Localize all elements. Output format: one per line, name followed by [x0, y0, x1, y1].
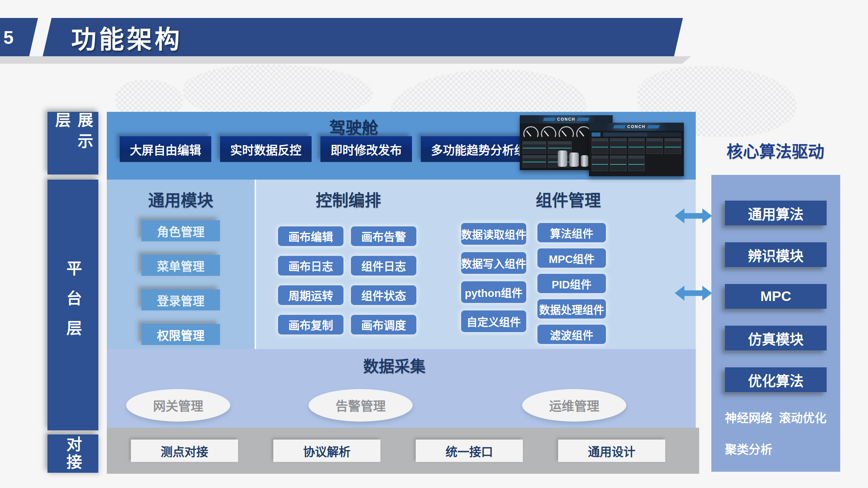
- component-columns: 数据读取组件数据写入组件python组件自定义组件 算法组件MPC组件PID组件…: [461, 223, 606, 344]
- algorithm-item: 优化算法: [725, 367, 827, 392]
- component-item: 数据读取组件: [461, 223, 526, 245]
- trend-chart: [628, 156, 645, 171]
- trend-chart: [610, 138, 627, 154]
- cockpit-feature-list: 大屏自由编辑实时数据反控即时修改发布多功能趋势分析组件: [120, 136, 548, 162]
- component-item: 算法组件: [537, 223, 606, 242]
- layer-label-text: 平台层: [62, 260, 84, 350]
- trend-chart: [610, 156, 627, 171]
- dashboard-tab: [613, 125, 626, 128]
- algorithm-list: 通用算法辨识模块MPC仿真模块优化算法: [711, 175, 840, 392]
- algorithm-note: 聚类分析: [725, 440, 840, 457]
- cockpit-feature: 大屏自由编辑: [120, 136, 211, 162]
- general-module-item: 权限管理: [141, 324, 220, 345]
- banner-shadow: [0, 56, 691, 64]
- data-collection-item: 运维管理: [522, 389, 626, 422]
- section-title: 控制编排: [256, 187, 441, 211]
- trend-chart: [628, 138, 645, 154]
- general-module-item: 菜单管理: [141, 255, 220, 276]
- data-collection-item: 告警管理: [309, 389, 413, 422]
- trend-chart: [592, 156, 608, 171]
- cockpit-section: 驾驶舱 大屏自由编辑实时数据反控即时修改发布多功能趋势分析组件 CONCH: [107, 112, 696, 180]
- trend-chart: [522, 141, 546, 154]
- control-item: 画布编辑: [278, 226, 343, 246]
- algorithm-panel: 通用算法辨识模块MPC仿真模块优化算法 神经网络 滚动优化 聚类分析: [711, 175, 840, 472]
- tank-graphic: [569, 152, 579, 167]
- component-management-section: 组件管理 数据读取组件数据写入组件python组件自定义组件 算法组件MPC组件…: [441, 180, 696, 349]
- dashboard-tab: [647, 125, 660, 128]
- layer-label-display: 展示层: [47, 112, 98, 175]
- algorithm-item: MPC: [725, 284, 827, 309]
- component-item: 数据写入组件: [461, 252, 526, 274]
- algorithm-panel-title: 核心算法驱动: [727, 138, 824, 162]
- dashboard-brand-logo: CONCH: [557, 117, 575, 122]
- dashboard-tab: [543, 118, 556, 121]
- integration-section: 测点对接协议解析统一接口通用设计: [107, 428, 699, 474]
- section-title: 组件管理: [441, 187, 696, 211]
- cockpit-feature: 实时数据反控: [220, 136, 312, 162]
- integration-item: 测点对接: [131, 440, 238, 462]
- platform-middle-band: 通用模块 角色管理菜单管理登录管理权限管理 控制编排 画布编辑画布告警画布日志组…: [107, 180, 696, 349]
- component-item: python组件: [461, 281, 526, 303]
- title-banner: 功能架构: [43, 18, 683, 56]
- trend-chart: [665, 138, 681, 154]
- dashboard-brand-logo: CONCH: [627, 124, 646, 129]
- algorithm-item: 辨识模块: [725, 242, 827, 267]
- layer-label-integration: 对接: [47, 434, 98, 473]
- component-list-right: 算法组件MPC组件PID组件数据处理组件滤波组件: [537, 223, 606, 344]
- data-collection-item: 网关管理: [126, 389, 230, 422]
- component-item: PID组件: [537, 274, 606, 293]
- trend-chart: [522, 155, 546, 167]
- control-item-grid: 画布编辑画布告警画布日志组件日志周期运转组件状态画布复制画布调度: [278, 226, 416, 334]
- integration-item: 统一接口: [416, 440, 523, 462]
- cockpit-title: 驾驶舱: [329, 115, 378, 138]
- control-item: 周期运转: [278, 285, 343, 305]
- trend-chart-grid: [589, 138, 684, 171]
- integration-item: 通用设计: [558, 440, 665, 462]
- tank-graphic: [558, 150, 567, 167]
- slide-canvas: 5 功能架构 展示层 平台层 对接 驾驶舱 大屏自由编辑实时数据反控即时修改发布…: [0, 0, 868, 488]
- layer-label-text: 展示层: [51, 112, 95, 175]
- page-title: 功能架构: [43, 19, 182, 55]
- integration-item: 协议解析: [273, 440, 380, 462]
- trend-chart: [646, 138, 663, 154]
- section-title: 通用模块: [107, 187, 255, 211]
- dashboard-header: CONCH: [589, 123, 684, 131]
- component-item: MPC组件: [537, 248, 606, 268]
- dashboard-toolbar: [592, 133, 681, 137]
- algorithm-item: 通用算法: [725, 201, 827, 225]
- algorithm-item: 仿真模块: [725, 326, 827, 350]
- trend-chart: [592, 138, 608, 154]
- control-item: 画布复制: [278, 315, 343, 334]
- cockpit-feature: 即时修改发布: [320, 136, 412, 162]
- control-item: 画布日志: [278, 256, 343, 276]
- slide-number-box: 5: [0, 18, 38, 56]
- tank-graphic: [581, 155, 588, 167]
- control-item: 组件日志: [351, 256, 416, 276]
- component-item: 数据处理组件: [537, 299, 606, 319]
- general-module-list: 角色管理菜单管理登录管理权限管理: [141, 220, 220, 345]
- control-orchestration-section: 控制编排 画布编辑画布告警画布日志组件日志周期运转组件状态画布复制画布调度: [256, 180, 441, 349]
- general-module-item: 角色管理: [141, 220, 220, 241]
- component-item: 自定义组件: [461, 310, 526, 332]
- component-item: 滤波组件: [537, 325, 606, 344]
- component-list-left: 数据读取组件数据写入组件python组件自定义组件: [461, 223, 526, 332]
- data-collection-section: 数据采集 网关管理告警管理运维管理: [107, 349, 696, 428]
- dashboard-header: CONCH: [520, 115, 613, 123]
- section-title: 数据采集: [363, 354, 426, 376]
- general-module-item: 登录管理: [141, 289, 220, 310]
- general-module-section: 通用模块 角色管理菜单管理登录管理权限管理: [107, 180, 255, 349]
- platform-panel: 驾驶舱 大屏自由编辑实时数据反控即时修改发布多功能趋势分析组件 CONCH: [107, 112, 696, 428]
- dashboard-tab: [577, 118, 590, 121]
- algorithm-note: 神经网络 滚动优化: [725, 408, 840, 426]
- layer-label-text: 对接: [62, 436, 84, 471]
- control-item: 画布调度: [351, 315, 416, 334]
- layer-label-platform: 平台层: [47, 180, 98, 430]
- control-item: 组件状态: [351, 285, 416, 305]
- control-item: 画布告警: [351, 226, 416, 246]
- dashboard-thumbnail-2: CONCH: [589, 123, 684, 176]
- slide-number: 5: [3, 27, 14, 48]
